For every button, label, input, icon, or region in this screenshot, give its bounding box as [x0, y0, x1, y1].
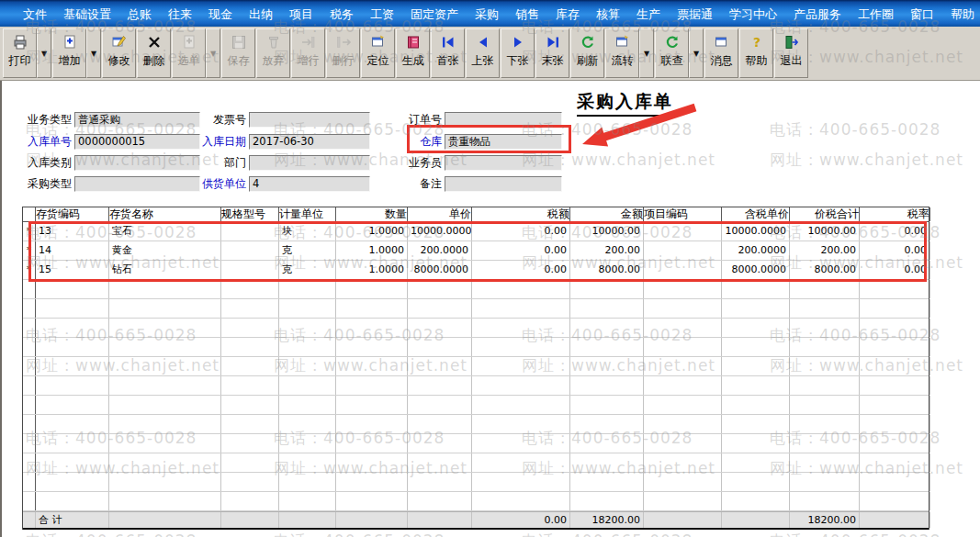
menu-item-18[interactable]: 工作圈 — [850, 4, 902, 26]
menu-item-14[interactable]: 生产 — [628, 4, 669, 26]
field-input-supplier[interactable]: 4 — [249, 176, 370, 192]
toolbar-button-refresh[interactable]: 刷新 — [570, 28, 604, 78]
table-header-row-cell-8[interactable]: 金额 — [570, 207, 644, 221]
table-empty-row-3-cell-11 — [790, 338, 860, 356]
table-empty-row-5-cell-12 — [860, 376, 930, 395]
menu-item-15[interactable]: 票据通 — [669, 4, 721, 26]
toolbar-button-previous[interactable]: 上张 — [466, 28, 500, 78]
menu-item-11[interactable]: 销售 — [507, 4, 547, 26]
table-header-row-cell-4[interactable]: 计量单位 — [279, 207, 336, 221]
menu-item-0[interactable]: 文件 — [15, 4, 55, 26]
table-empty-row-0 — [23, 280, 929, 299]
toolbar-button-locate[interactable]: 定位 — [361, 28, 395, 78]
toolbar-button-add[interactable]: 增加 — [52, 28, 86, 78]
field-input-invoice-no[interactable] — [249, 112, 370, 128]
table-empty-row-9-cell-12 — [860, 453, 930, 472]
table-header-row-cell-1[interactable]: 存货编码 — [36, 207, 109, 221]
toolbar-label-add-row: 增行 — [298, 53, 320, 69]
menu-item-13[interactable]: 核算 — [588, 4, 628, 26]
toolbar-dropdown-print[interactable]: ▼ — [37, 28, 51, 78]
toolbar-label-last: 末张 — [542, 53, 564, 69]
table-empty-row-4-cell-8 — [570, 357, 644, 375]
generate-icon — [405, 34, 422, 50]
menu-item-20[interactable]: 帮助 — [942, 4, 980, 26]
table-total-row-cell-5 — [336, 512, 408, 528]
field-input-receipt-date[interactable]: 2017-06-30 — [249, 134, 370, 150]
menu-item-7[interactable]: 税务 — [321, 4, 362, 26]
menu-item-17[interactable]: 产品服务 — [785, 4, 850, 26]
table-empty-row-8-cell-1 — [36, 434, 109, 453]
table-empty-row-3-cell-3 — [221, 338, 279, 356]
table-empty-row-0-cell-9 — [644, 280, 722, 298]
table-total-row-cell-11: 18200.00 — [790, 512, 860, 528]
toolbar-button-delete[interactable]: 删除 — [137, 28, 171, 78]
table-empty-row-5-cell-3 — [221, 376, 279, 395]
table-empty-row-1-cell-7 — [472, 299, 570, 318]
toolbar-button-modify[interactable]: 修改 — [102, 28, 136, 78]
table-header-row-cell-3[interactable]: 规格型号 — [221, 207, 279, 221]
table-header-row-cell-0[interactable] — [23, 207, 36, 221]
warehouse-highlight-box — [407, 125, 571, 153]
table-header-row-cell-7[interactable]: 税额 — [472, 207, 570, 221]
table-empty-row-8-cell-0 — [23, 434, 36, 453]
table-total-row-cell-2 — [109, 512, 221, 528]
toolbar-button-select-order[interactable]: 选单 — [172, 28, 206, 78]
table-header-row-cell-2[interactable]: 存货名称 — [109, 207, 221, 221]
toolbar-button-save[interactable]: 保存 — [221, 28, 255, 78]
printer-icon — [12, 34, 28, 50]
toolbar-group-next: 下张 — [501, 28, 535, 78]
menu-item-1[interactable]: 基础设置 — [55, 4, 119, 26]
toolbar-button-help[interactable]: ?帮助 — [739, 28, 773, 78]
menu-item-2[interactable]: 总账 — [119, 4, 160, 26]
toolbar-button-last[interactable]: 末张 — [535, 28, 569, 78]
table-empty-row-8-cell-3 — [221, 434, 279, 453]
table-empty-row-5-cell-4 — [279, 376, 336, 395]
toolbar-button-flow[interactable]: 流转 — [605, 28, 639, 78]
table-empty-row-3-cell-5 — [336, 338, 408, 356]
toolbar-dropdown-select-order[interactable]: ▼ — [206, 28, 220, 78]
toolbar-dropdown-flow[interactable]: ▼ — [639, 28, 654, 78]
table-empty-row-8-cell-12 — [860, 434, 930, 453]
menu-item-8[interactable]: 工资 — [362, 4, 402, 26]
menu-item-4[interactable]: 现金 — [200, 4, 241, 26]
table-empty-row-8-cell-11 — [790, 434, 860, 453]
table-header-row-cell-11[interactable]: 价税合计 — [790, 207, 860, 221]
menu-item-5[interactable]: 出纳 — [241, 4, 281, 26]
table-header-row-cell-10[interactable]: 含税单价 — [722, 207, 790, 221]
toolbar-button-add-row[interactable]: 增行 — [291, 28, 325, 78]
table-header-row-cell-5[interactable]: 数量 — [336, 207, 408, 221]
field-input-department[interactable] — [249, 155, 370, 171]
toolbar-button-discard[interactable]: 放弃 — [256, 28, 290, 78]
toolbar-button-generate[interactable]: 生成 — [396, 28, 430, 78]
menu-item-6[interactable]: 项目 — [281, 4, 321, 26]
toolbar-button-delete-row[interactable]: 删行 — [326, 28, 360, 78]
table-empty-row-8-cell-6 — [408, 434, 472, 453]
menu-item-16[interactable]: 学习中心 — [721, 4, 785, 26]
field-input-remark[interactable] — [445, 176, 562, 192]
toolbar-label-previous: 上张 — [472, 53, 494, 69]
toolbar-button-next[interactable]: 下张 — [501, 28, 535, 78]
menu-item-9[interactable]: 固定资产 — [402, 4, 467, 26]
menu-item-10[interactable]: 采购 — [467, 4, 507, 26]
table-header-row-cell-6[interactable]: 单价 — [408, 207, 472, 221]
table-empty-row-11-cell-3 — [221, 492, 279, 510]
menu-item-19[interactable]: 窗口 — [902, 4, 942, 26]
table-empty-row-11-cell-2 — [109, 492, 221, 510]
toolbar-button-message[interactable]: 消息 — [704, 28, 738, 78]
menu-item-3[interactable]: 往来 — [160, 4, 200, 26]
toolbar-button-exit[interactable]: 退出 — [774, 28, 808, 78]
toolbar-button-first[interactable]: 首张 — [431, 28, 465, 78]
field-input-salesperson[interactable] — [445, 155, 562, 171]
toolbar-button-print[interactable]: 打印 — [3, 28, 37, 78]
table-empty-row-10-cell-3 — [221, 473, 279, 491]
table-empty-row-1-cell-9 — [644, 299, 722, 318]
table-empty-row-6-cell-6 — [408, 396, 472, 414]
table-empty-row-7-cell-2 — [109, 415, 221, 433]
table-header-row-cell-12[interactable]: 税率 — [860, 207, 930, 221]
table-header-row-cell-9[interactable]: 项目编码 — [644, 207, 722, 221]
toolbar-button-link-query[interactable]: 联查 — [655, 28, 689, 78]
toolbar-dropdown-link-query[interactable]: ▼ — [689, 28, 704, 78]
menu-item-12[interactable]: 库存 — [547, 4, 588, 26]
toolbar-dropdown-add[interactable]: ▼ — [86, 28, 101, 78]
table-empty-row-3-cell-4 — [279, 338, 336, 356]
